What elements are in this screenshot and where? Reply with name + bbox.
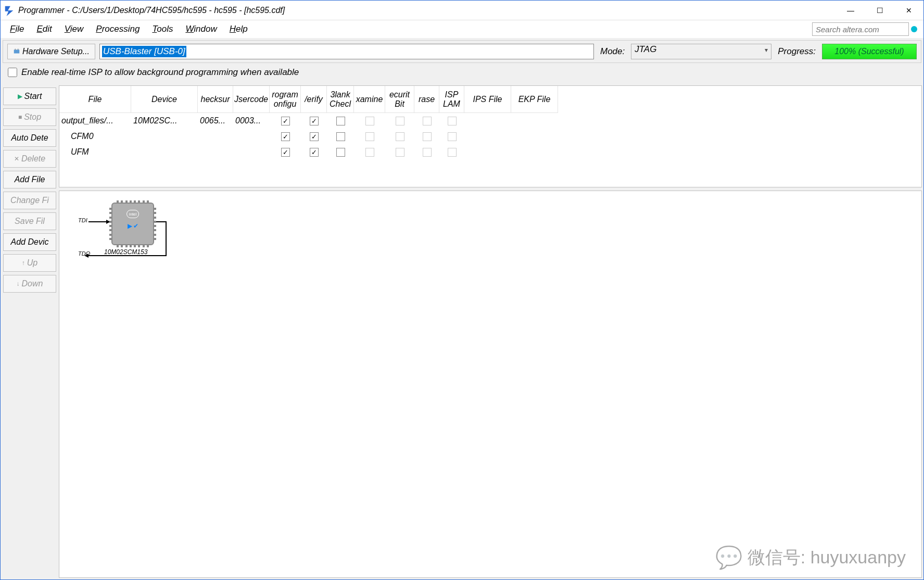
toolbar-area: Hardware Setup... USB-Blaster [USB-0] Mo… (1, 38, 923, 84)
table-cell[interactable] (464, 129, 511, 144)
table-cell[interactable] (198, 144, 233, 160)
isp-row: Enable real-time ISP to allow background… (3, 63, 921, 82)
stop-button: ■Stop (3, 108, 56, 126)
table-cell[interactable] (270, 144, 301, 160)
add-devic-button[interactable]: Add Devic (3, 233, 56, 251)
checkbox (423, 148, 432, 157)
search-input[interactable] (812, 22, 909, 36)
table-cell[interactable] (511, 129, 558, 144)
column-header[interactable]: xamine (354, 86, 385, 113)
checkbox[interactable] (310, 132, 319, 141)
menu-file[interactable]: File (4, 22, 30, 36)
column-header[interactable]: Device (131, 86, 198, 113)
table-cell[interactable]: 10M02SC... (131, 113, 198, 129)
table-cell[interactable] (414, 113, 439, 129)
column-header[interactable]: IPS File (464, 86, 511, 113)
column-header[interactable]: /erify (301, 86, 327, 113)
chip-icon[interactable]: intel ▶ ✔ (111, 203, 154, 245)
checkbox[interactable] (336, 148, 345, 157)
table-cell[interactable] (354, 144, 385, 160)
mode-select[interactable]: JTAG (631, 44, 771, 59)
menu-tools[interactable]: Tools (146, 22, 179, 36)
up-button: ↑Up (3, 254, 56, 272)
menu-processing[interactable]: Processing (90, 22, 146, 36)
table-cell[interactable] (301, 144, 327, 160)
file-table[interactable]: FileDevicehecksurJsercoderogram onfigu/e… (59, 86, 921, 160)
table-cell[interactable] (354, 129, 385, 144)
close-button[interactable]: ✕ (894, 1, 923, 20)
table-cell[interactable] (270, 129, 301, 144)
column-header[interactable]: Jsercode (233, 86, 270, 113)
enable-isp-checkbox[interactable] (8, 68, 17, 77)
table-cell[interactable] (327, 144, 354, 160)
checkbox[interactable] (336, 117, 345, 125)
table-cell[interactable] (327, 113, 354, 129)
window-title: Programmer - C:/Users/1/Desktop/74HC595/… (18, 6, 285, 15)
column-header[interactable]: rase (414, 86, 439, 113)
table-cell[interactable] (198, 129, 233, 144)
column-header[interactable]: ecurit Bit (385, 86, 414, 113)
intel-logo-icon: intel (126, 210, 139, 218)
menu-view[interactable]: View (58, 22, 90, 36)
column-header[interactable]: File (59, 86, 131, 113)
svg-rect-2 (18, 49, 19, 50)
checkbox[interactable] (310, 117, 319, 125)
start-button[interactable]: ▶Start (3, 87, 56, 105)
table-cell[interactable] (233, 144, 270, 160)
table-cell[interactable] (439, 144, 464, 160)
table-cell[interactable] (464, 113, 511, 129)
table-cell[interactable]: UFM (59, 144, 131, 160)
table-cell[interactable] (301, 129, 327, 144)
table-cell[interactable] (131, 144, 198, 160)
table-cell[interactable] (301, 113, 327, 129)
chain-diagram-panel[interactable]: TDI TDO 10M02SCM153 intel (59, 191, 922, 578)
checkbox[interactable] (281, 132, 290, 141)
maximize-button[interactable]: ☐ (865, 1, 894, 20)
table-cell[interactable] (385, 144, 414, 160)
table-cell[interactable] (327, 129, 354, 144)
table-cell[interactable] (385, 129, 414, 144)
column-header[interactable]: hecksur (198, 86, 233, 113)
table-cell[interactable]: CFM0 (59, 129, 131, 144)
delete-icon: ✕ (14, 155, 19, 162)
menu-help[interactable]: Help (223, 22, 254, 36)
table-cell[interactable] (354, 113, 385, 129)
column-header[interactable]: ISP LAM (439, 86, 464, 113)
add-file-button[interactable]: Add File (3, 171, 56, 188)
table-cell[interactable] (414, 144, 439, 160)
file-table-panel: FileDevicehecksurJsercoderogram onfigu/e… (59, 85, 922, 187)
table-cell[interactable] (464, 144, 511, 160)
checkbox[interactable] (281, 117, 290, 125)
menu-edit[interactable]: Edit (30, 22, 58, 36)
column-header[interactable]: 3lank Checl (327, 86, 354, 113)
column-header[interactable]: EKP File (511, 86, 558, 113)
svg-rect-0 (14, 50, 20, 54)
table-cell[interactable] (414, 129, 439, 144)
hardware-setup-button[interactable]: Hardware Setup... (7, 44, 95, 59)
checkbox (448, 117, 457, 125)
side-buttons: ▶Start■StopAuto Dete✕DeleteAdd FileChang… (2, 85, 57, 578)
column-header[interactable]: rogram onfigu (270, 86, 301, 113)
hardware-display[interactable]: USB-Blaster [USB-0] (99, 44, 594, 59)
table-cell[interactable]: 0065... (198, 113, 233, 129)
table-cell[interactable] (439, 129, 464, 144)
minimize-button[interactable]: — (836, 1, 865, 20)
checkbox[interactable] (281, 148, 290, 157)
table-cell[interactable] (511, 144, 558, 160)
checkbox[interactable] (310, 148, 319, 157)
table-cell[interactable]: 0003... (233, 113, 270, 129)
table-cell[interactable] (233, 129, 270, 144)
auto-dete-button[interactable]: Auto Dete (3, 129, 56, 147)
checkbox[interactable] (336, 132, 345, 141)
table-cell[interactable] (439, 113, 464, 129)
watermark: 💬 微信号: huyuxuanpy (715, 545, 906, 570)
table-cell[interactable] (270, 113, 301, 129)
menu-window[interactable]: Window (179, 22, 223, 36)
mode-label: Mode: (598, 46, 627, 57)
table-cell[interactable] (385, 113, 414, 129)
table-cell[interactable]: output_files/... (59, 113, 131, 129)
table-cell[interactable] (131, 129, 198, 144)
enable-isp-label: Enable real-time ISP to allow background… (21, 67, 299, 78)
table-cell[interactable] (511, 113, 558, 129)
checkbox (396, 132, 404, 141)
